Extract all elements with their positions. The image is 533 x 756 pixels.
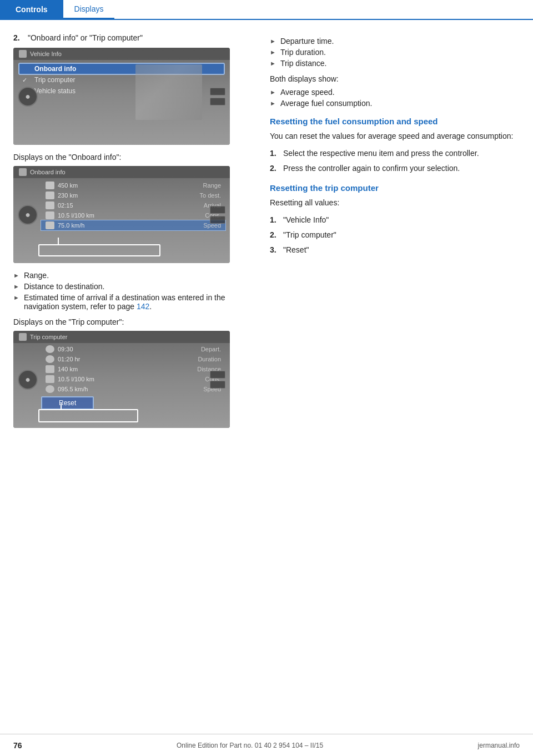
speed-icon xyxy=(46,221,54,229)
bullet-arrival-text: Estimated time of arrival if a destinati… xyxy=(24,293,252,311)
tab-controls[interactable]: Controls xyxy=(0,0,63,19)
screen1-titlebar: Vehicle Info xyxy=(13,48,230,60)
callout-line xyxy=(58,238,59,244)
trip-speed-value: 095.5 km/h xyxy=(58,386,97,392)
screen2-row-arrival: 02:15 Arrival xyxy=(41,200,225,210)
screen1-nav-circle: ● xyxy=(18,87,38,107)
section2-step3: 3. "Reset" xyxy=(270,244,520,256)
screen2-rows: 450 km Range 230 km To dest. 02:15 Arriv… xyxy=(13,178,230,233)
section2-step1-num: 1. xyxy=(270,214,279,226)
both-displays-label: Both displays show: xyxy=(270,74,520,83)
range-icon xyxy=(46,182,54,189)
bullet-arrow-b1: ► xyxy=(270,89,276,95)
section1-step1-text: Select the respective menu item and pres… xyxy=(283,148,479,159)
bullet-arrow-1: ► xyxy=(13,272,19,279)
bullet-avg-fuel: ► Average fuel consumption. xyxy=(270,99,520,108)
screen3-row-cons: 10.5 l/100 km Cons. xyxy=(41,374,225,384)
screen3-nav-circle: ● xyxy=(18,370,38,390)
screen3-nav-btn2 xyxy=(210,381,225,389)
trip-computer-screen: Trip computer 09:30 Depart. 01:20 hr Dur… xyxy=(13,331,230,428)
section2-step2-num: 2. xyxy=(270,229,279,241)
bullet-trip-duration: ► Trip duration. xyxy=(270,48,520,57)
caption2: Displays on the "Trip computer": xyxy=(13,317,252,326)
reset-callout-box xyxy=(38,409,138,422)
screen2-nav-circle: ● xyxy=(18,205,38,225)
screen1-title-text: Vehicle Info xyxy=(30,51,62,57)
screen1-nav-btn1 xyxy=(210,88,225,95)
bullet-departure-text: Departure time. xyxy=(280,37,334,46)
screen2-titlebar: Onboard info xyxy=(13,166,230,178)
screen2-row-speed: 75.0 km/h Speed xyxy=(41,220,225,230)
section1-step2: 2. Press the controller again to confirm… xyxy=(270,163,520,174)
page-footer: 76 Online Edition for Part no. 01 40 2 9… xyxy=(0,734,533,756)
bullet-arrow-b2: ► xyxy=(270,100,276,107)
arrival-value: 02:15 xyxy=(58,202,97,209)
bullet-arrow-3: ► xyxy=(13,294,19,301)
depart-label: Depart. xyxy=(201,346,221,352)
section2-step3-num: 3. xyxy=(270,244,279,256)
page-number: 76 xyxy=(13,741,22,750)
trip-speed-icon xyxy=(46,385,54,393)
duration-icon xyxy=(46,355,54,363)
duration-value: 01:20 hr xyxy=(58,356,97,362)
screen2-nav-btn2 xyxy=(210,216,225,224)
bullet-arrow-2: ► xyxy=(13,283,19,290)
bullet-distance: ► Distance to destination. xyxy=(13,282,252,291)
screen3-title-icon xyxy=(19,333,27,341)
tab-displays[interactable]: Displays xyxy=(63,0,115,19)
range-label: Range xyxy=(203,182,221,189)
section2-step2-text: "Trip computer" xyxy=(283,229,336,241)
section1-heading: Resetting the fuel consumption and speed xyxy=(270,117,520,126)
bullet-departure: ► Departure time. xyxy=(270,37,520,46)
screen3-rows: 09:30 Depart. 01:20 hr Duration 140 km D… xyxy=(13,343,230,411)
page-content: 2. "Onboard info" or "Trip computer" Veh… xyxy=(0,20,533,469)
section2-step1: 1. "Vehicle Info" xyxy=(270,214,520,226)
speed-value: 75.0 km/h xyxy=(58,222,97,229)
trip-bullet-list: ► Departure time. ► Trip duration. ► Tri… xyxy=(270,37,520,68)
screen3-titlebar: Trip computer xyxy=(13,331,230,343)
screen3-row-depart: 09:30 Depart. xyxy=(41,344,225,354)
bullet-avg-speed: ► Average speed. xyxy=(270,88,520,97)
reset-button-container: Reset xyxy=(41,396,225,410)
right-column: ► Departure time. ► Trip duration. ► Tri… xyxy=(270,33,520,436)
section2-intro: Resetting all values: xyxy=(270,197,520,209)
bullet-arrow-r2: ► xyxy=(270,49,276,56)
screen1-nav-right xyxy=(210,88,225,105)
screen2-row-dest: 230 km To dest. xyxy=(41,190,225,200)
section2-heading: Resetting the trip computer xyxy=(270,183,520,193)
reset-button[interactable]: Reset xyxy=(41,396,94,410)
bullet-range-text: Range. xyxy=(24,271,49,280)
dest-icon xyxy=(46,191,54,199)
trip-distance-value: 140 km xyxy=(58,366,97,372)
screen2-nav-btn1 xyxy=(210,206,225,214)
onboard-bullet-list: ► Range. ► Distance to destination. ► Es… xyxy=(13,271,252,311)
caption1: Displays on the "Onboard info": xyxy=(13,153,252,162)
onboard-info-screen: Onboard info 450 km Range 230 km To dest… xyxy=(13,166,230,263)
section2-step2: 2. "Trip computer" xyxy=(270,229,520,241)
trip-distance-icon xyxy=(46,365,54,373)
vehicle-info-screen: Vehicle Info Onboard info Trip computer … xyxy=(13,48,230,145)
reset-callout-line xyxy=(61,404,62,409)
screen3-row-duration: 01:20 hr Duration xyxy=(41,354,225,364)
section1-step1-num: 1. xyxy=(270,148,279,159)
screen1-title-icon xyxy=(19,50,27,58)
range-value: 450 km xyxy=(58,182,97,189)
bullet-trip-distance-text: Trip distance. xyxy=(280,59,327,68)
dest-value: 230 km xyxy=(58,192,97,199)
bullet-range: ► Range. xyxy=(13,271,252,280)
screen2-title-text: Onboard info xyxy=(30,169,66,175)
left-column: 2. "Onboard info" or "Trip computer" Veh… xyxy=(13,33,252,436)
screen2-nav-right xyxy=(210,206,225,224)
speed-callout-box xyxy=(38,244,160,256)
dest-label: To dest. xyxy=(199,192,221,199)
trip-cons-value: 10.5 l/100 km xyxy=(58,376,97,382)
screen1-nav-btn2 xyxy=(210,98,225,105)
section1-step1: 1. Select the respective menu item and p… xyxy=(270,148,520,159)
page-link-142[interactable]: 142 xyxy=(137,302,149,311)
depart-icon xyxy=(46,345,54,353)
bullet-arrival: ► Estimated time of arrival if a destina… xyxy=(13,293,252,311)
bullet-trip-duration-text: Trip duration. xyxy=(280,48,326,57)
step-2-text: "Onboard info" or "Trip computer" xyxy=(28,33,143,42)
section2-step1-text: "Vehicle Info" xyxy=(283,214,329,226)
duration-label: Duration xyxy=(198,356,221,362)
